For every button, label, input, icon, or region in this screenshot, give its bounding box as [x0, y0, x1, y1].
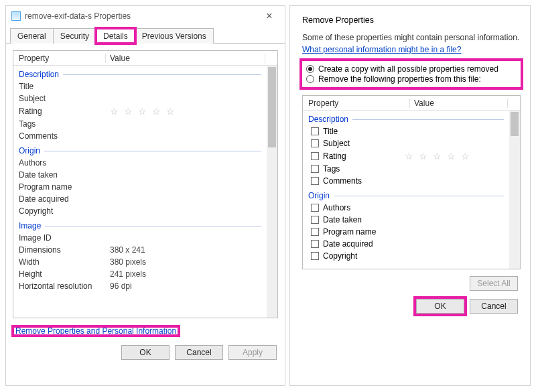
group-header: Description — [13, 66, 267, 80]
checkbox-icon[interactable] — [311, 204, 319, 212]
property-row[interactable]: Date taken — [303, 214, 509, 226]
cancel-button[interactable]: Cancel — [470, 299, 518, 314]
image-file-icon — [11, 11, 21, 21]
ok-button[interactable]: OK — [121, 345, 170, 360]
property-name: Height — [19, 269, 106, 279]
group-name: Origin — [308, 191, 330, 200]
property-row[interactable]: Subject — [13, 92, 267, 105]
group-rule — [45, 226, 261, 226]
property-row[interactable]: Tags — [303, 163, 509, 175]
remove-properties-window: Remove Properties Some of these properti… — [289, 5, 531, 386]
property-name: Horizontal resolution — [19, 281, 106, 291]
property-name: Rating — [323, 151, 346, 161]
tab-previous-versions[interactable]: Previous Versions — [135, 28, 214, 44]
property-row[interactable]: Rating☆ ☆ ☆ ☆ ☆ — [13, 105, 267, 118]
property-name: Program name — [19, 182, 106, 192]
property-name: Copyright — [323, 251, 357, 261]
checkbox-icon[interactable] — [311, 127, 319, 135]
property-name: Comments — [19, 131, 106, 141]
checkbox-icon[interactable] — [311, 228, 319, 236]
titlebar: remove-exif-data-s Properties × — [6, 6, 285, 26]
tab-general[interactable]: General — [10, 28, 54, 44]
remove-properties-link-highlight: Remove Properties and Personal Informati… — [13, 326, 179, 336]
property-row[interactable]: Program name — [303, 226, 509, 238]
property-row[interactable]: Authors — [303, 202, 509, 214]
column-header-property[interactable]: Property — [13, 54, 106, 63]
property-row[interactable]: Date acquired — [303, 238, 509, 250]
details-list-body: DescriptionTitleSubjectRating☆ ☆ ☆ ☆ ☆Ta… — [13, 66, 267, 318]
dialog-button-row: OK Cancel — [302, 295, 521, 320]
property-name: Date acquired — [323, 239, 373, 249]
property-name: Authors — [323, 203, 350, 212]
property-row[interactable]: Horizontal resolution96 dpi — [13, 280, 267, 292]
property-name: Date taken — [19, 170, 106, 180]
property-value: 96 dpi — [106, 281, 267, 291]
property-row[interactable]: Copyright — [303, 250, 509, 262]
group-header: Origin — [13, 142, 267, 157]
column-header-property[interactable]: Property — [303, 99, 410, 108]
radio-remove-following[interactable]: Remove the following properties from thi… — [306, 74, 517, 84]
radio-label: Create a copy with all possible properti… — [318, 64, 498, 74]
rating-stars-icon: ☆ ☆ ☆ ☆ ☆ — [110, 106, 176, 117]
property-name: Image ID — [19, 233, 106, 243]
property-row[interactable]: Date acquired — [13, 193, 267, 205]
group-header: Image — [13, 217, 267, 232]
radio-create-copy[interactable]: Create a copy with all possible properti… — [306, 64, 517, 74]
checkbox-icon[interactable] — [311, 165, 319, 173]
tab-details[interactable]: Details — [96, 28, 135, 44]
radio-group-highlight: Create a copy with all possible properti… — [302, 61, 521, 87]
tab-security[interactable]: Security — [53, 28, 96, 44]
checkbox-icon[interactable] — [311, 177, 319, 185]
property-name: Rating — [19, 107, 106, 116]
details-list-header: Property Value — [13, 51, 277, 66]
property-row[interactable]: Dimensions380 x 241 — [13, 244, 267, 256]
checkbox-icon[interactable] — [311, 216, 319, 224]
checkbox-icon[interactable] — [311, 152, 319, 160]
property-row[interactable]: Title — [303, 125, 509, 137]
column-header-value[interactable]: Value — [106, 54, 265, 63]
select-all-button[interactable]: Select All — [470, 276, 518, 291]
property-row[interactable]: Copyright — [13, 205, 267, 217]
property-row[interactable]: Authors — [13, 157, 267, 169]
property-row[interactable]: Image ID — [13, 232, 267, 244]
property-row[interactable]: Subject — [303, 137, 509, 149]
checkbox-icon[interactable] — [311, 252, 319, 260]
property-value: 241 pixels — [106, 269, 267, 279]
property-row[interactable]: Comments — [13, 130, 267, 142]
property-row[interactable]: Width380 pixels — [13, 256, 267, 268]
checkbox-icon[interactable] — [311, 240, 319, 248]
checkbox-icon[interactable] — [311, 139, 319, 147]
property-row[interactable]: Comments — [303, 175, 509, 187]
property-name: Title — [323, 127, 338, 136]
property-name: Title — [19, 82, 106, 91]
property-row[interactable]: Tags — [13, 118, 267, 130]
property-value: ☆ ☆ ☆ ☆ ☆ — [106, 106, 267, 117]
property-row[interactable]: Height241 pixels — [13, 268, 267, 280]
close-icon[interactable]: × — [259, 10, 279, 22]
property-row[interactable]: Date taken — [13, 169, 267, 181]
remove-list-body: DescriptionTitleSubjectRating☆ ☆ ☆ ☆ ☆Ta… — [303, 111, 509, 269]
property-row[interactable]: Program name — [13, 181, 267, 193]
scrollbar-thumb[interactable] — [511, 112, 519, 136]
remove-list: Property Value DescriptionTitleSubjectRa… — [302, 95, 521, 269]
property-name: Comments — [323, 176, 362, 186]
property-value: 380 pixels — [106, 257, 267, 267]
dialog-button-row: OK Cancel Apply — [6, 336, 285, 365]
scrollbar-thumb[interactable] — [268, 67, 276, 147]
scrollbar-vertical[interactable] — [267, 66, 277, 318]
group-rule — [334, 196, 504, 196]
property-name: Tags — [19, 119, 106, 129]
cancel-button[interactable]: Cancel — [175, 345, 223, 360]
apply-button[interactable]: Apply — [228, 345, 277, 360]
ok-button[interactable]: OK — [416, 299, 464, 314]
remove-list-header: Property Value — [303, 96, 520, 111]
property-name: Width — [19, 257, 106, 267]
personal-info-help-link[interactable]: What personal information might be in a … — [302, 45, 461, 54]
property-row[interactable]: Title — [13, 80, 267, 92]
group-header: Origin — [303, 187, 509, 202]
property-row[interactable]: Rating☆ ☆ ☆ ☆ ☆ — [303, 149, 509, 163]
group-header: Description — [303, 111, 509, 125]
column-header-value[interactable]: Value — [410, 99, 508, 108]
remove-properties-link[interactable]: Remove Properties and Personal Informati… — [13, 325, 179, 337]
scrollbar-vertical[interactable] — [509, 111, 520, 269]
